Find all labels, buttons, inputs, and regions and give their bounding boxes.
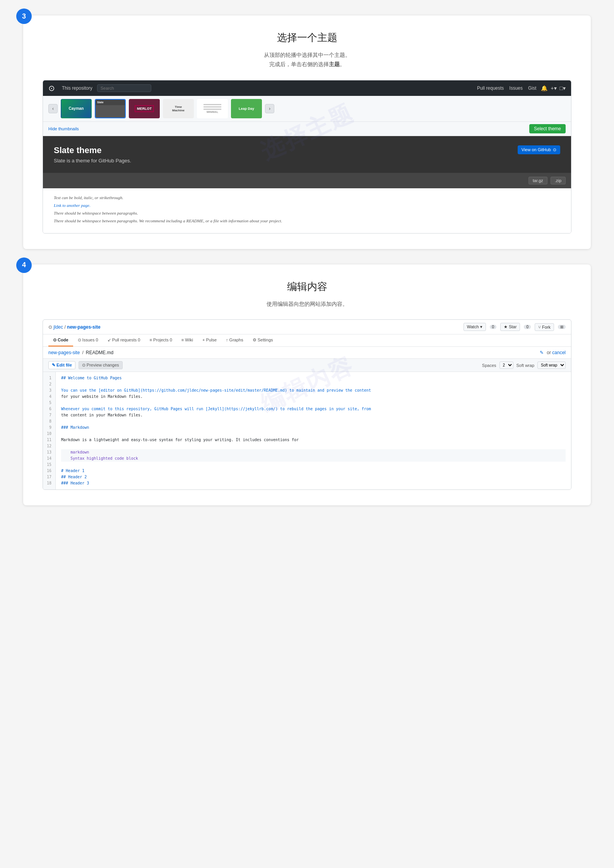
tab-graphs[interactable]: ↑ Graphs bbox=[221, 334, 248, 346]
line-number: 6 bbox=[47, 406, 51, 412]
view-on-github-button[interactable]: View on GitHub ⊙ bbox=[518, 145, 560, 154]
line-number: 8 bbox=[47, 418, 51, 425]
watch-label: Watch ▾ bbox=[467, 324, 482, 329]
file-path-repo-link[interactable]: new-pages-site bbox=[48, 350, 80, 355]
theme-thumb-merlot[interactable]: MERLOT bbox=[129, 99, 160, 118]
line-number: 3 bbox=[47, 387, 51, 394]
tab-issues[interactable]: ⊙ Issues 0 bbox=[73, 334, 103, 346]
plus-icon[interactable]: +▾ bbox=[551, 85, 556, 91]
slate-preview-footer: tar.gz .zip bbox=[43, 173, 571, 188]
theme-thumb-minimal[interactable]: MINIMAL bbox=[197, 99, 228, 118]
tab-settings[interactable]: ⚙ Settings bbox=[248, 334, 278, 346]
star-button[interactable]: ★ Star bbox=[500, 323, 520, 331]
tab-pull-requests[interactable]: ↙ Pull requests 0 bbox=[103, 334, 145, 346]
repo-tabs: ⊙ Code ⊙ Issues 0 ↙ Pull requests 0 ≡ Pr… bbox=[43, 334, 571, 347]
preview-changes-tab[interactable]: ⊙ Preview changes bbox=[79, 361, 123, 369]
cayman-label: Cayman bbox=[69, 106, 84, 111]
code-line: the content in your Markdown files. bbox=[61, 412, 566, 418]
line-number: 18 bbox=[47, 480, 51, 486]
watch-button[interactable]: Watch ▾ bbox=[463, 323, 486, 331]
wrap-select[interactable]: Soft wrap No wrap bbox=[537, 362, 566, 369]
tab-wiki[interactable]: ≡ Wiki bbox=[177, 334, 198, 346]
line-number: 7 bbox=[47, 412, 51, 418]
edit-file-tab[interactable]: ✎ Edit file bbox=[48, 361, 75, 369]
theme-thumb-slate[interactable]: Slate bbox=[95, 99, 126, 118]
line-number: 11 bbox=[47, 437, 51, 443]
repo-name-link[interactable]: new-pages-site bbox=[67, 324, 101, 330]
step-4-title: 编辑内容 bbox=[43, 280, 571, 293]
bell-icon[interactable]: 🔔 bbox=[541, 85, 547, 91]
step-4-card: 4 编辑内容 使用编辑器向您的网站添加内容。 ⊙ jldec / new-pag… bbox=[23, 264, 591, 506]
timemachine-label: Time bbox=[175, 105, 182, 109]
content-line2: There should be whitespace between parag… bbox=[54, 211, 560, 215]
minimal-label: MINIMAL bbox=[207, 111, 218, 113]
star-count: 0 bbox=[524, 325, 531, 329]
fork-button[interactable]: ⑂ Fork bbox=[535, 323, 554, 331]
code-line: Markdown is a lightweight and easy-to-us… bbox=[61, 437, 566, 443]
avatar-icon[interactable]: □▾ bbox=[560, 85, 566, 91]
code-line: for your website in Markdown files. bbox=[61, 394, 566, 400]
content-line1: Text can be bold, italic, or strikethrou… bbox=[54, 195, 560, 200]
theme-carousel-bar: ‹ Cayman Slate MERLOT Time Machine bbox=[43, 96, 571, 122]
code-line bbox=[61, 400, 566, 406]
carousel-next-arrow[interactable]: › bbox=[265, 104, 274, 113]
slate-preview-area: Slate theme Slate is a theme for GitHub … bbox=[43, 136, 571, 173]
step-3-desc-line1: 从顶部的轮播中选择其中一个主题。 bbox=[264, 52, 351, 58]
theme-thumb-timemachine[interactable]: Time Machine bbox=[163, 99, 194, 118]
code-line: # Header 1 bbox=[61, 468, 566, 474]
edit-icon[interactable]: ✎ bbox=[540, 350, 544, 355]
file-breadcrumb-bar: new-pages-site / README.md ✎ or cancel bbox=[43, 347, 571, 359]
slate-preview-title: Slate theme bbox=[54, 145, 131, 155]
theme-thumb-cayman[interactable]: Cayman bbox=[61, 99, 92, 118]
code-editor[interactable]: 123456789101112131415161718 ## Welcome t… bbox=[43, 372, 571, 489]
slate-preview-header: Slate theme Slate is a theme for GitHub … bbox=[54, 145, 560, 164]
spaces-label: Spaces bbox=[482, 363, 496, 368]
line-number: 12 bbox=[47, 443, 51, 449]
theme-thumb-leapday[interactable]: Leap Day bbox=[231, 99, 262, 118]
github-ui-step4: ⊙ jldec / new-pages-site Watch ▾ 0 ★ Sta… bbox=[43, 319, 571, 490]
code-line bbox=[61, 462, 566, 468]
gist-link[interactable]: Gist bbox=[528, 85, 536, 91]
line-number: 9 bbox=[47, 425, 51, 431]
file-path-current: README.md bbox=[86, 350, 113, 355]
tab-pulse[interactable]: + Pulse bbox=[198, 334, 221, 346]
spaces-select[interactable]: 2 4 bbox=[499, 362, 513, 369]
github-logo-icon: ⊙ bbox=[48, 84, 55, 93]
download-zip-button[interactable]: .zip bbox=[551, 177, 566, 184]
step-3-card: 3 选择一个主题 从顶部的轮播中选择其中一个主题。 完成后，单击右侧的选择主题。… bbox=[23, 15, 591, 249]
download-tar-button[interactable]: tar.gz bbox=[528, 177, 547, 184]
tab-projects[interactable]: ≡ Projects 0 bbox=[145, 334, 176, 346]
line-number: 16 bbox=[47, 468, 51, 474]
code-line bbox=[61, 443, 566, 449]
step-4-badge: 4 bbox=[16, 258, 32, 273]
hide-thumbnails-link[interactable]: Hide thumbnails bbox=[48, 126, 79, 131]
theme-content-preview: Text can be bold, italic, or strikethrou… bbox=[43, 188, 571, 233]
fork-icon-btn[interactable]: ⊞ bbox=[558, 325, 566, 329]
issues-link[interactable]: Issues bbox=[509, 85, 523, 91]
theme-action-bar: Hide thumbnails Select theme bbox=[43, 122, 571, 136]
line-number: 5 bbox=[47, 400, 51, 406]
pull-requests-link[interactable]: Pull requests bbox=[477, 85, 504, 91]
github-ui-step3: ⊙ This repository Pull requests Issues G… bbox=[43, 80, 571, 234]
slate-preview-subtitle: Slate is a theme for GitHub Pages. bbox=[54, 158, 131, 164]
content-line3: There should be whitespace between parag… bbox=[54, 218, 560, 223]
repo-user-link[interactable]: jldec bbox=[53, 324, 63, 330]
wrap-label: Soft wrap bbox=[517, 363, 534, 368]
carousel-prev-arrow[interactable]: ‹ bbox=[48, 104, 58, 113]
line-number: 4 bbox=[47, 394, 51, 400]
gh-search-input[interactable] bbox=[97, 84, 151, 92]
leapday-label: Leap Day bbox=[239, 107, 254, 111]
line-number: 2 bbox=[47, 381, 51, 387]
repo-path: ⊙ jldec / new-pages-site bbox=[48, 324, 101, 330]
code-line: ## Header 2 bbox=[61, 474, 566, 480]
slate-bar: Slate bbox=[96, 100, 125, 105]
code-lines[interactable]: ## Welcome to GitHub Pages You can use t… bbox=[56, 372, 571, 489]
step-4-desc-text: 使用编辑器向您的网站添加内容。 bbox=[267, 301, 348, 307]
step-3-desc-line2: 完成后，单击右侧的选择 bbox=[269, 61, 329, 67]
tab-code[interactable]: ⊙ Code bbox=[48, 334, 73, 346]
this-repo-label: This repository bbox=[62, 85, 92, 91]
line-number: 14 bbox=[47, 455, 51, 462]
select-theme-button[interactable]: Select theme bbox=[529, 124, 566, 133]
cancel-link[interactable]: cancel bbox=[552, 350, 566, 355]
code-line: ## Welcome to GitHub Pages bbox=[61, 375, 566, 381]
